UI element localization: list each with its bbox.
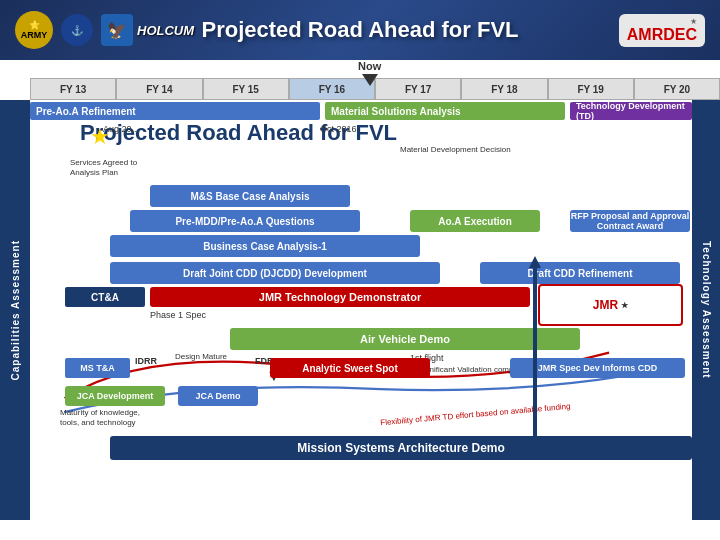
big-arrow (533, 260, 537, 440)
holcum-eagle: 🦅 (101, 14, 133, 46)
msad-bar: Mission Systems Architecture Demo (110, 436, 692, 460)
jmr-bar: JMR Technology Demonstrator (150, 287, 530, 307)
header-title: Projected Road Ahead for FVL (201, 17, 518, 43)
seal-logo: ⚓ (61, 14, 93, 46)
big-arrow-head-icon (529, 256, 541, 268)
tech-dev-bar: Technology Development (TD) (570, 102, 692, 120)
right-sidebar: Technology Assessment (692, 100, 720, 520)
header: ⭐ARMY ⚓ 🦅 HOLCUM Projected Road Ahead fo… (0, 0, 720, 60)
now-arrow-icon (362, 74, 378, 86)
ms-base-bar: M&S Base Case Analysis (150, 185, 350, 207)
dcdd-bar: Draft CDD Refinement (480, 262, 680, 284)
cta-label: CT&A (65, 287, 145, 307)
amrdec-text: AMRDEC (627, 26, 697, 44)
bca-bar: Business Case Analysis-1 (110, 235, 420, 257)
msta-bar: MS T&A (65, 358, 130, 378)
fy19-cell: FY 19 (548, 78, 634, 100)
phases-container: ICD MDD Pre-Ao.A Refinement Material Sol… (30, 100, 692, 540)
fy14-cell: FY 14 (116, 78, 202, 100)
oct-label: Oct 2016 (320, 124, 357, 134)
services-box: Services Agreed to Analysis Plan (70, 158, 142, 179)
left-sidebar: Capabilities Assessment (0, 100, 30, 520)
design-mature-label: Design Mature (175, 352, 227, 362)
fy15-cell: FY 15 (203, 78, 289, 100)
fy13-cell: FY 13 (30, 78, 116, 100)
analytic-sweet-spot-bar: Analytic Sweet Spot (270, 358, 430, 378)
now-indicator: Now (358, 60, 381, 86)
maturity-label: Maturity of knowledge, tools, and techno… (60, 408, 160, 429)
amrdec-logo: ★ AMRDEC (619, 14, 705, 47)
fy18-cell: FY 18 (461, 78, 547, 100)
main-content: Now Capabilities Assessment Technology A… (0, 60, 720, 540)
djcdd-bar: Draft Joint CDD (DJCDD) Development (110, 262, 440, 284)
jca-dev-bar: JCA Development (65, 386, 165, 406)
rfp-bar: RFP Proposal and Approval Contract Award (570, 210, 690, 232)
holcum-text: HOLCUM (137, 23, 194, 38)
premdd-bar: Pre-MDD/Pre-Ao.A Questions (130, 210, 360, 232)
holcum-logo: 🦅 HOLCUM (101, 14, 194, 46)
mdd-decision-box: Material Development Decision (400, 145, 511, 155)
fy20-cell: FY 20 (634, 78, 720, 100)
aug-label: Aug 20... (103, 124, 139, 134)
flexibility-label: Flexibility of JMR TD effort based on av… (380, 402, 571, 429)
fy17-cell: FY 17 (375, 78, 461, 100)
sidebar-left-text: Capabilities Assessment (10, 240, 21, 380)
avd-bar: Air Vehicle Demo (230, 328, 580, 350)
phase-row-1: Pre-Ao.A Refinement Material Solutions A… (30, 100, 692, 122)
jca-demo-bar: JCA Demo (178, 386, 258, 406)
header-logos: ⭐ARMY ⚓ 🦅 HOLCUM (15, 11, 194, 49)
jmr-logo: JMR ★ (538, 284, 683, 326)
preaoa-bar: Pre-Ao.A Refinement (30, 102, 320, 120)
now-label: Now (358, 60, 381, 72)
aoa-bar: Ao.A Execution (410, 210, 540, 232)
material-solutions-bar: Material Solutions Analysis (325, 102, 565, 120)
army-logo: ⭐ARMY (15, 11, 53, 49)
phase1-label: Phase 1 Spec (150, 310, 206, 320)
idrr-label: IDRR (135, 356, 157, 366)
sidebar-right-text: Technology Assessment (701, 241, 712, 379)
